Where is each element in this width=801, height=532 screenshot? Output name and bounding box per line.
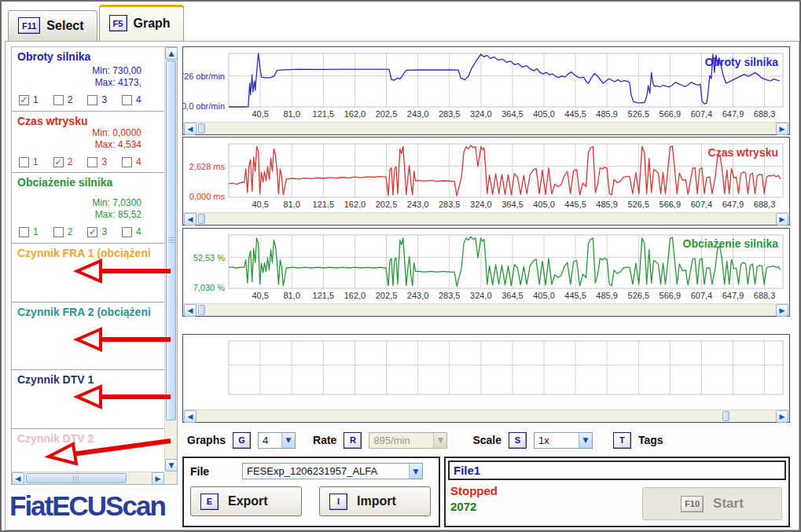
start-button[interactable]: F10 Start	[642, 487, 782, 520]
checkbox-icon[interactable]	[19, 227, 29, 237]
checkbox-label: 2	[68, 226, 73, 237]
sidebar-section: Obroty silnikaMin: 730,00Max: 4173,✓1234	[12, 47, 164, 112]
checkbox-icon[interactable]	[87, 157, 97, 167]
min-max-value: Min: 7,0300	[17, 197, 159, 209]
channel-checkbox[interactable]: ✓3	[87, 226, 107, 237]
svg-text:485,9: 485,9	[596, 291, 618, 300]
sidebar-sections: Obroty silnikaMin: 730,00Max: 4173,✓1234…	[12, 47, 164, 471]
import-button[interactable]: I Import	[319, 486, 431, 516]
checkbox-label: 1	[33, 226, 39, 237]
scroll-down-icon[interactable]: ▼	[165, 459, 178, 471]
scroll-left-icon[interactable]: ◀	[184, 304, 197, 317]
scroll-right-icon[interactable]: ▶	[152, 472, 164, 485]
scroll-right-icon[interactable]: ▶	[776, 123, 788, 135]
scale-select[interactable]: 1x ▼	[534, 432, 593, 449]
svg-text:Czas wtrysku: Czas wtrysku	[708, 146, 778, 159]
graph3-scroll-thumb[interactable]	[198, 305, 205, 315]
svg-text:Obciażenie silnika: Obciażenie silnika	[683, 237, 779, 250]
checkbox-icon[interactable]	[122, 227, 132, 237]
s-key-icon[interactable]: S	[509, 432, 527, 449]
scroll-right-icon[interactable]: ▶	[776, 213, 788, 226]
checkbox-checked-icon[interactable]: ✓	[87, 227, 97, 237]
checkbox-icon[interactable]	[122, 95, 132, 105]
channel-checkbox[interactable]: 3	[87, 94, 107, 105]
scroll-up-icon[interactable]: ▲	[165, 47, 178, 60]
svg-text:324,0: 324,0	[470, 291, 492, 300]
svg-text:445,5: 445,5	[564, 200, 586, 209]
sidebar-section: Czynnik FRA 1 (obciążeni	[12, 244, 164, 303]
checkbox-icon[interactable]	[122, 157, 132, 167]
svg-text:81,0: 81,0	[283, 291, 299, 300]
chevron-down-icon[interactable]: ▼	[579, 433, 592, 448]
chevron-down-icon[interactable]: ▼	[409, 464, 422, 479]
sidebar-hscroll-thumb[interactable]	[26, 473, 127, 483]
channel-checkbox[interactable]: 3	[87, 156, 107, 167]
channel-checkbox[interactable]: 4	[122, 94, 141, 105]
parameter-sidebar: Obroty silnikaMin: 730,00Max: 4173,✓1234…	[11, 46, 178, 485]
t-key-icon[interactable]: T	[613, 432, 631, 449]
svg-text:364,5: 364,5	[502, 291, 524, 300]
export-button[interactable]: E Export	[190, 486, 302, 516]
rate-select: 895/min ▼	[369, 432, 447, 449]
checkbox-icon[interactable]	[19, 157, 29, 167]
svg-text:445,5: 445,5	[564, 109, 586, 119]
graph1-scroll-thumb[interactable]	[198, 123, 205, 134]
channel-checkbox[interactable]: ✓1	[19, 94, 39, 105]
channel-checkbox[interactable]: 1	[19, 226, 39, 237]
f10-key-icon: F10	[681, 496, 704, 512]
r-key-icon[interactable]: R	[344, 432, 362, 449]
svg-text:526,5: 526,5	[628, 200, 650, 209]
svg-text:688,3: 688,3	[754, 200, 776, 209]
scroll-right-icon[interactable]: ▶	[776, 410, 788, 423]
tab-bar: F11 Select F5 Graph	[8, 5, 184, 41]
graph4-scroll-thumb[interactable]	[722, 411, 729, 421]
graph-panel-4-empty: ◀ ▶	[182, 334, 790, 423]
channel-checkbox[interactable]: ✓2	[53, 156, 73, 167]
checkbox-checked-icon[interactable]: ✓	[19, 95, 29, 105]
scroll-left-icon[interactable]: ◀	[184, 123, 197, 135]
svg-text:688,3: 688,3	[754, 291, 776, 300]
checkbox-label: 4	[136, 156, 141, 167]
min-max-value: Max: 85,52	[17, 209, 159, 221]
checkbox-checked-icon[interactable]: ✓	[53, 157, 64, 167]
parameter-title: Czas wtrysku	[17, 115, 159, 127]
svg-text:243,0: 243,0	[407, 109, 429, 119]
svg-text:405,0: 405,0	[533, 291, 555, 300]
svg-text:202,5: 202,5	[376, 109, 398, 119]
scroll-right-icon[interactable]: ▶	[776, 304, 788, 317]
tab-graph[interactable]: F5 Graph	[99, 5, 184, 41]
scale-label: Scale	[472, 434, 502, 446]
graph2-scroll-thumb[interactable]	[198, 214, 205, 224]
sidebar-scroll-thumb[interactable]	[166, 61, 176, 420]
sidebar-horizontal-scrollbar: ◀ ▶	[12, 471, 164, 484]
checkbox-icon[interactable]	[53, 227, 64, 237]
checkbox-icon[interactable]	[53, 95, 64, 105]
svg-text:405,0: 405,0	[533, 200, 555, 209]
graphs-count-select[interactable]: 4 ▼	[258, 432, 296, 449]
scroll-left-icon[interactable]: ◀	[184, 213, 197, 226]
e-key-icon: E	[200, 493, 219, 510]
channel-checkbox[interactable]: 2	[53, 226, 73, 237]
g-key-icon[interactable]: G	[233, 432, 251, 449]
svg-text:283,5: 283,5	[439, 291, 461, 300]
channel-checkbox[interactable]: 4	[122, 226, 141, 237]
tab-select[interactable]: F11 Select	[8, 10, 97, 41]
sidebar-section: Obciażenie silnikaMin: 7,0300Max: 85,521…	[12, 173, 164, 244]
file-select[interactable]: FESExp_1206231957_ALFA ▼	[242, 463, 423, 479]
chevron-down-icon[interactable]: ▼	[281, 433, 295, 448]
sidebar-section: Czas wtryskuMin: 0,0000Max: 4,5341✓234	[12, 112, 164, 173]
graph1-scrollbar: ◀ ▶	[183, 122, 789, 134]
svg-text:526,5: 526,5	[628, 109, 650, 119]
channel-checkbox[interactable]: 4	[122, 156, 141, 167]
fiatecuscan-logo: FiatECUScan	[9, 490, 178, 522]
checkbox-icon[interactable]	[87, 95, 97, 105]
svg-text:647,9: 647,9	[722, 109, 744, 119]
channel-checkbox[interactable]: 2	[53, 94, 73, 105]
scroll-left-icon[interactable]: ◀	[184, 410, 197, 423]
sidebar-vertical-scrollbar: ▲ ▼	[164, 47, 177, 471]
svg-text:7,030 %: 7,030 %	[193, 283, 226, 292]
scroll-left-icon[interactable]: ◀	[12, 472, 24, 485]
graph-obciazenie-silnika: 40,581,0121,5162,0202,5243,0283,5324,036…	[183, 229, 789, 303]
parameter-title: Czynnik DTV 2	[17, 432, 159, 445]
channel-checkbox[interactable]: 1	[19, 156, 39, 167]
